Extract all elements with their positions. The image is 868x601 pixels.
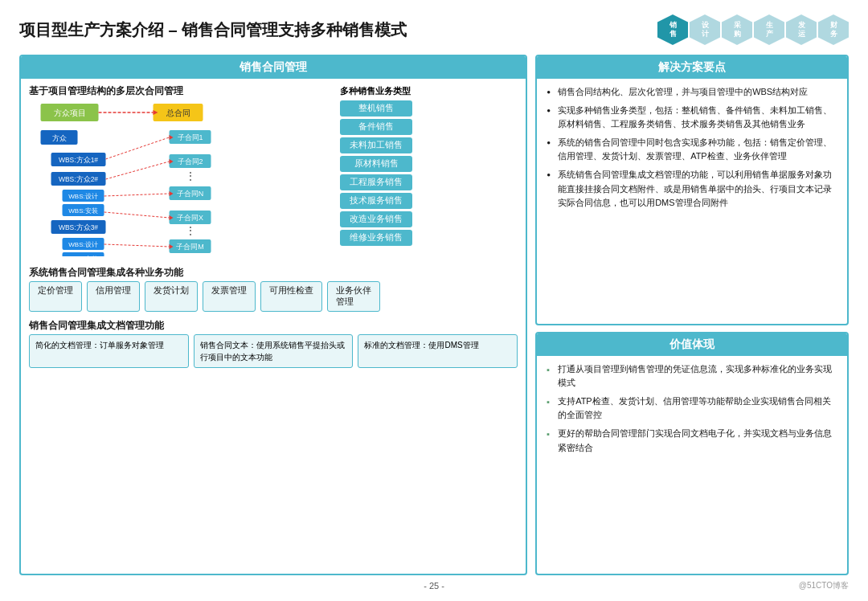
- page: 项目型生产方案介绍 – 销售合同管理支持多种销售模式 销售 设计 采购 生产 发…: [0, 0, 868, 601]
- left-panel-header: 销售合同管理: [21, 56, 526, 79]
- nav-icon-production[interactable]: 生产: [754, 14, 784, 45]
- svg-text:子合同N: 子合同N: [177, 190, 204, 198]
- solution-panel-body: 销售合同结构化、层次化管理，并与项目管理中的WBS结构对应 实现多种销售业务类型…: [537, 79, 847, 221]
- svg-text:WBS:设计: WBS:设计: [68, 193, 97, 200]
- svg-line-38: [104, 194, 170, 196]
- svg-text:子合同M: 子合同M: [176, 243, 204, 251]
- doc-box-standard: 标准的文档管理：使用DMS管理: [358, 334, 518, 368]
- value-panel: 价值体现 打通从项目管理到销售管理的凭证信息流，实现多种标准化的业务实现模式 支…: [535, 332, 849, 575]
- nav-icon-purchase[interactable]: 采购: [722, 14, 752, 45]
- svg-text:方众项目: 方众项目: [54, 108, 86, 117]
- doc-boxes: 简化的文档管理：订单服务对象管理 销售合同文本：使用系统销售平提抬头或行项目中的…: [29, 334, 518, 368]
- svg-text:子合同1: 子合同1: [178, 133, 203, 141]
- solution-panel-header: 解决方案要点: [537, 56, 847, 79]
- func-btn-partner[interactable]: 业务伙伴管理: [327, 281, 380, 312]
- svg-text:WBS:方众3#: WBS:方众3#: [59, 223, 98, 231]
- sales-type-engineering[interactable]: 工程服务销售: [340, 174, 412, 190]
- nav-icon-finance[interactable]: 财务: [818, 14, 849, 45]
- sales-types-title: 多种销售业务类型: [340, 85, 411, 97]
- tree-section: 基于项目管理结构的多层次合同管理 方众项目 总合同: [29, 85, 334, 259]
- nav-icons: 销售 设计 采购 生产 发运 财务: [657, 14, 849, 45]
- sales-type-technical[interactable]: 技术服务销售: [340, 193, 412, 209]
- func-btn-pricing[interactable]: 定价管理: [29, 281, 82, 312]
- svg-line-40: [104, 212, 170, 218]
- doc-title: 销售合同管理集成文档管理功能: [29, 320, 518, 332]
- doc-section: 销售合同管理集成文档管理功能 简化的文档管理：订单服务对象管理 销售合同文本：使…: [29, 320, 518, 368]
- solution-item-3: 系统的销售合同管理中同时包含实现多种功能，包括：销售定价管理、信用管理、发货计划…: [547, 136, 837, 164]
- main-content: 销售合同管理 基于项目管理结构的多层次合同管理 方众项目 总合同: [19, 55, 849, 575]
- value-item-1: 打通从项目管理到销售管理的凭证信息流，实现多种标准化的业务实现模式: [547, 362, 837, 390]
- solution-item-1: 销售合同结构化、层次化管理，并与项目管理中的WBS结构对应: [547, 85, 837, 100]
- sales-type-repair[interactable]: 维修业务销售: [340, 230, 412, 246]
- svg-text:WBS:安装: WBS:安装: [68, 207, 97, 215]
- solution-item-4: 系统销售合同管理集成文档管理的功能，可以利用销售单据服务对象功能直接挂接合同文档…: [547, 168, 837, 211]
- doc-box-simple: 简化的文档管理：订单服务对象管理: [29, 334, 189, 368]
- func-section: 系统销售合同管理集成各种业务功能 定价管理 信用管理 发货计划 发票管理 可用性…: [29, 267, 518, 312]
- value-item-2: 支持ATP检查、发货计划、信用管理等功能帮助企业实现销售合同相关的全面管控: [547, 395, 837, 423]
- value-list: 打通从项目管理到销售管理的凭证信息流，实现多种标准化的业务实现模式 支持ATP检…: [547, 362, 837, 456]
- left-panel-body: 基于项目管理结构的多层次合同管理 方众项目 总合同: [21, 79, 526, 574]
- svg-text:WBS:方众1#: WBS:方众1#: [59, 156, 98, 164]
- svg-text:WBS:设计: WBS:设计: [68, 241, 97, 248]
- func-btn-credit[interactable]: 信用管理: [87, 281, 140, 312]
- page-footer: - 25 - @51CTO博客: [19, 580, 849, 591]
- sales-type-wholeunit[interactable]: 整机销售: [340, 100, 412, 117]
- sales-type-material-processing[interactable]: 未料加工销售: [340, 137, 412, 153]
- right-panel: 解决方案要点 销售合同结构化、层次化管理，并与项目管理中的WBS结构对应 实现多…: [535, 55, 849, 575]
- diagram-area: 基于项目管理结构的多层次合同管理 方众项目 总合同: [29, 85, 518, 259]
- svg-line-36: [106, 161, 170, 179]
- func-btn-availability[interactable]: 可用性检查: [260, 281, 322, 312]
- func-title: 系统销售合同管理集成各种业务功能: [29, 267, 518, 279]
- value-panel-header: 价值体现: [537, 333, 847, 356]
- svg-text:⋮: ⋮: [185, 224, 196, 237]
- svg-text:⋮: ⋮: [185, 170, 196, 182]
- svg-line-42: [104, 244, 170, 247]
- sales-type-renovation[interactable]: 改造业务销售: [340, 211, 412, 227]
- solution-item-2: 实现多种销售业务类型，包括：整机销售、备件销售、未料加工销售、原材料销售、工程服…: [547, 104, 837, 132]
- contract-tree-diagram: 方众项目 总合同 方众 WBS:方众1: [29, 100, 334, 256]
- sales-type-spare[interactable]: 备件销售: [340, 119, 412, 135]
- value-panel-body: 打通从项目管理到销售管理的凭证信息流，实现多种标准化的业务实现模式 支持ATP检…: [537, 356, 847, 466]
- left-panel: 销售合同管理 基于项目管理结构的多层次合同管理 方众项目 总合同: [19, 55, 527, 575]
- svg-text:方众: 方众: [52, 134, 67, 142]
- sales-types-section: 多种销售业务类型 整机销售 备件销售 未料加工销售 原材料销售 工程服务销售 技…: [340, 85, 518, 259]
- sales-type-rawmaterial[interactable]: 原材料销售: [340, 156, 412, 172]
- func-btn-invoice[interactable]: 发票管理: [203, 281, 256, 312]
- nav-icon-delivery[interactable]: 发运: [786, 14, 817, 45]
- solution-list: 销售合同结构化、层次化管理，并与项目管理中的WBS结构对应 实现多种销售业务类型…: [547, 85, 837, 211]
- svg-text:子合同X: 子合同X: [177, 214, 203, 222]
- nav-icon-sales[interactable]: 销售: [657, 14, 688, 45]
- watermark: @51CTO博客: [784, 580, 849, 591]
- page-title: 项目型生产方案介绍 – 销售合同管理支持多种销售模式: [19, 19, 407, 41]
- solution-panel: 解决方案要点 销售合同结构化、层次化管理，并与项目管理中的WBS结构对应 实现多…: [535, 55, 849, 325]
- header-row: 项目型生产方案介绍 – 销售合同管理支持多种销售模式 销售 设计 采购 生产 发…: [19, 14, 849, 45]
- section1-title: 基于项目管理结构的多层次合同管理: [29, 85, 334, 97]
- svg-text:WBS:安装: WBS:安装: [68, 256, 97, 256]
- svg-text:总合同: 总合同: [166, 108, 190, 117]
- doc-box-contract-text: 销售合同文本：使用系统销售平提抬头或行项目中的文本功能: [194, 334, 354, 368]
- value-item-3: 更好的帮助合同管理部门实现合同文档电子化，并实现文档与业务信息紧密结合: [547, 427, 837, 455]
- svg-text:子合同2: 子合同2: [178, 157, 203, 166]
- page-number: - 25 -: [424, 581, 444, 591]
- svg-line-34: [106, 137, 170, 159]
- func-btn-delivery-plan[interactable]: 发货计划: [145, 281, 198, 312]
- nav-icon-design[interactable]: 设计: [690, 14, 720, 45]
- func-buttons: 定价管理 信用管理 发货计划 发票管理 可用性检查 业务伙伴管理: [29, 281, 518, 312]
- svg-text:WBS:方众2#: WBS:方众2#: [59, 175, 98, 183]
